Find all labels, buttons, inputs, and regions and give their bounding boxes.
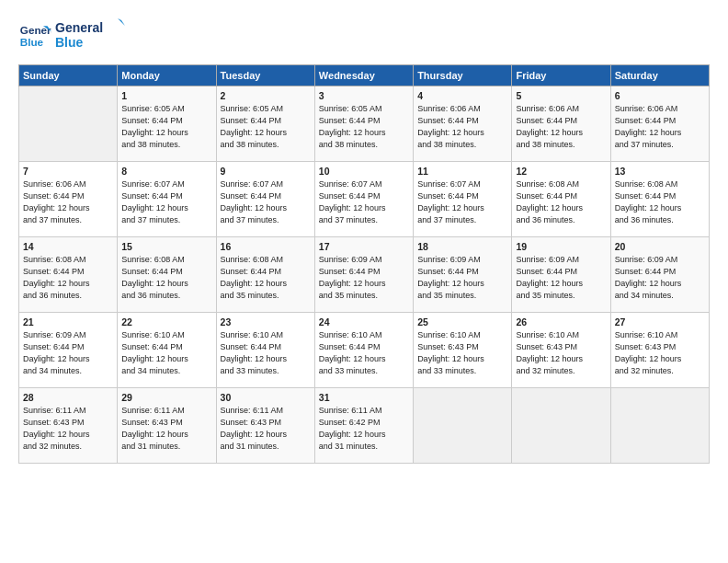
page: General Blue General Blue SundayMondayTu…: [0, 0, 728, 563]
day-number: 25: [417, 316, 507, 327]
day-info: Sunrise: 6:06 AM Sunset: 6:44 PM Dayligh…: [615, 104, 682, 149]
day-number: 7: [23, 166, 113, 177]
col-header-thursday: Thursday: [414, 65, 512, 86]
logo-icon: General Blue: [18, 19, 51, 52]
svg-text:Blue: Blue: [20, 36, 44, 48]
day-number: 13: [615, 166, 705, 177]
week-row-4: 21Sunrise: 6:09 AM Sunset: 6:44 PM Dayli…: [19, 313, 710, 388]
cell-2-4: 10Sunrise: 6:07 AM Sunset: 6:44 PM Dayli…: [314, 162, 413, 237]
day-number: 31: [319, 392, 409, 403]
day-info: Sunrise: 6:06 AM Sunset: 6:44 PM Dayligh…: [23, 179, 90, 224]
cell-3-7: 20Sunrise: 6:09 AM Sunset: 6:44 PM Dayli…: [610, 237, 709, 313]
col-header-friday: Friday: [512, 65, 610, 86]
day-info: Sunrise: 6:06 AM Sunset: 6:44 PM Dayligh…: [417, 104, 484, 149]
svg-marker-5: [118, 18, 125, 26]
cell-3-1: 14Sunrise: 6:08 AM Sunset: 6:44 PM Dayli…: [19, 237, 118, 313]
cell-1-1: [19, 86, 118, 162]
day-number: 27: [615, 316, 705, 327]
day-info: Sunrise: 6:08 AM Sunset: 6:44 PM Dayligh…: [615, 179, 682, 224]
day-info: Sunrise: 6:10 AM Sunset: 6:43 PM Dayligh…: [615, 330, 682, 375]
day-number: 26: [516, 316, 606, 327]
day-number: 1: [121, 90, 211, 101]
cell-4-1: 21Sunrise: 6:09 AM Sunset: 6:44 PM Dayli…: [19, 313, 118, 388]
day-number: 19: [516, 241, 606, 252]
header-row: SundayMondayTuesdayWednesdayThursdayFrid…: [19, 65, 710, 86]
day-info: Sunrise: 6:08 AM Sunset: 6:44 PM Dayligh…: [516, 179, 583, 224]
day-info: Sunrise: 6:09 AM Sunset: 6:44 PM Dayligh…: [319, 255, 386, 300]
cell-4-6: 26Sunrise: 6:10 AM Sunset: 6:43 PM Dayli…: [512, 313, 610, 388]
cell-2-7: 13Sunrise: 6:08 AM Sunset: 6:44 PM Dayli…: [610, 162, 709, 237]
cell-5-5: [414, 388, 512, 464]
day-number: 5: [516, 90, 606, 101]
cell-5-1: 28Sunrise: 6:11 AM Sunset: 6:43 PM Dayli…: [19, 388, 118, 464]
day-number: 17: [319, 241, 409, 252]
header: General Blue General Blue: [18, 17, 710, 55]
day-number: 30: [221, 392, 311, 403]
cell-5-3: 30Sunrise: 6:11 AM Sunset: 6:43 PM Dayli…: [216, 388, 314, 464]
svg-text:General: General: [20, 24, 51, 36]
cell-5-6: [512, 388, 610, 464]
day-number: 3: [319, 90, 409, 101]
day-number: 20: [615, 241, 705, 252]
cell-1-7: 6Sunrise: 6:06 AM Sunset: 6:44 PM Daylig…: [610, 86, 709, 162]
day-number: 18: [417, 241, 507, 252]
cell-2-3: 9Sunrise: 6:07 AM Sunset: 6:44 PM Daylig…: [216, 162, 314, 237]
week-row-1: 1Sunrise: 6:05 AM Sunset: 6:44 PM Daylig…: [19, 86, 710, 162]
day-info: Sunrise: 6:06 AM Sunset: 6:44 PM Dayligh…: [516, 104, 583, 149]
col-header-monday: Monday: [118, 65, 216, 86]
col-header-tuesday: Tuesday: [216, 65, 314, 86]
day-info: Sunrise: 6:11 AM Sunset: 6:43 PM Dayligh…: [221, 406, 288, 451]
cell-4-3: 23Sunrise: 6:10 AM Sunset: 6:44 PM Dayli…: [216, 313, 314, 388]
cell-1-4: 3Sunrise: 6:05 AM Sunset: 6:44 PM Daylig…: [314, 86, 413, 162]
cell-4-7: 27Sunrise: 6:10 AM Sunset: 6:43 PM Dayli…: [610, 313, 709, 388]
day-number: 23: [221, 316, 311, 327]
day-info: Sunrise: 6:05 AM Sunset: 6:44 PM Dayligh…: [121, 104, 188, 149]
week-row-2: 7Sunrise: 6:06 AM Sunset: 6:44 PM Daylig…: [19, 162, 710, 237]
calendar-table: SundayMondayTuesdayWednesdayThursdayFrid…: [18, 64, 710, 464]
cell-5-7: [610, 388, 709, 464]
cell-5-2: 29Sunrise: 6:11 AM Sunset: 6:43 PM Dayli…: [118, 388, 216, 464]
logo-svg: General Blue: [55, 17, 129, 52]
day-info: Sunrise: 6:10 AM Sunset: 6:43 PM Dayligh…: [516, 330, 583, 375]
week-row-3: 14Sunrise: 6:08 AM Sunset: 6:44 PM Dayli…: [19, 237, 710, 313]
day-info: Sunrise: 6:09 AM Sunset: 6:44 PM Dayligh…: [23, 330, 90, 375]
day-number: 16: [221, 241, 311, 252]
cell-1-3: 2Sunrise: 6:05 AM Sunset: 6:44 PM Daylig…: [216, 86, 314, 162]
day-number: 24: [319, 316, 409, 327]
day-info: Sunrise: 6:10 AM Sunset: 6:43 PM Dayligh…: [417, 330, 484, 375]
day-info: Sunrise: 6:07 AM Sunset: 6:44 PM Dayligh…: [121, 179, 188, 224]
day-info: Sunrise: 6:07 AM Sunset: 6:44 PM Dayligh…: [221, 179, 288, 224]
cell-2-5: 11Sunrise: 6:07 AM Sunset: 6:44 PM Dayli…: [414, 162, 512, 237]
cell-1-2: 1Sunrise: 6:05 AM Sunset: 6:44 PM Daylig…: [118, 86, 216, 162]
day-number: 2: [221, 90, 311, 101]
day-info: Sunrise: 6:07 AM Sunset: 6:44 PM Dayligh…: [319, 179, 386, 224]
day-info: Sunrise: 6:11 AM Sunset: 6:42 PM Dayligh…: [319, 406, 386, 451]
day-number: 14: [23, 241, 113, 252]
col-header-wednesday: Wednesday: [314, 65, 413, 86]
day-info: Sunrise: 6:05 AM Sunset: 6:44 PM Dayligh…: [319, 104, 386, 149]
cell-2-1: 7Sunrise: 6:06 AM Sunset: 6:44 PM Daylig…: [19, 162, 118, 237]
svg-text:Blue: Blue: [55, 35, 84, 50]
cell-3-5: 18Sunrise: 6:09 AM Sunset: 6:44 PM Dayli…: [414, 237, 512, 313]
day-number: 8: [121, 166, 211, 177]
day-number: 6: [615, 90, 705, 101]
cell-2-6: 12Sunrise: 6:08 AM Sunset: 6:44 PM Dayli…: [512, 162, 610, 237]
day-number: 10: [319, 166, 409, 177]
day-info: Sunrise: 6:10 AM Sunset: 6:44 PM Dayligh…: [319, 330, 386, 375]
svg-text:General: General: [55, 20, 103, 35]
col-header-sunday: Sunday: [19, 65, 118, 86]
day-info: Sunrise: 6:11 AM Sunset: 6:43 PM Dayligh…: [121, 406, 188, 451]
day-number: 21: [23, 316, 113, 327]
day-info: Sunrise: 6:10 AM Sunset: 6:44 PM Dayligh…: [221, 330, 288, 375]
cell-3-6: 19Sunrise: 6:09 AM Sunset: 6:44 PM Dayli…: [512, 237, 610, 313]
day-number: 12: [516, 166, 606, 177]
day-info: Sunrise: 6:07 AM Sunset: 6:44 PM Dayligh…: [417, 179, 484, 224]
day-number: 15: [121, 241, 211, 252]
cell-1-5: 4Sunrise: 6:06 AM Sunset: 6:44 PM Daylig…: [414, 86, 512, 162]
cell-4-2: 22Sunrise: 6:10 AM Sunset: 6:44 PM Dayli…: [118, 313, 216, 388]
day-info: Sunrise: 6:11 AM Sunset: 6:43 PM Dayligh…: [23, 406, 90, 451]
day-number: 11: [417, 166, 507, 177]
cell-3-3: 16Sunrise: 6:08 AM Sunset: 6:44 PM Dayli…: [216, 237, 314, 313]
logo: General Blue General Blue: [18, 17, 129, 55]
day-number: 4: [417, 90, 507, 101]
